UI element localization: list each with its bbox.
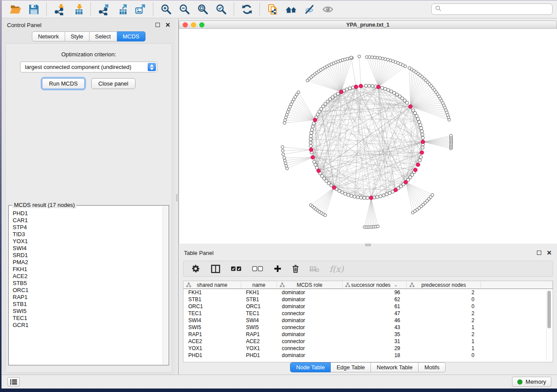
close-panel-button[interactable]: ✕ bbox=[165, 23, 170, 27]
search-box[interactable] bbox=[431, 3, 553, 15]
search-icon bbox=[435, 5, 442, 14]
cell: 2 bbox=[407, 317, 481, 324]
tab-network[interactable]: Network bbox=[32, 31, 65, 41]
mcds-result-item[interactable]: RAP1 bbox=[13, 294, 162, 301]
table-row-ORC1[interactable]: ORC1ORC1dominator610 bbox=[183, 303, 553, 310]
cell: 43 bbox=[343, 324, 407, 331]
control-panel-titlebar: Control Panel ✕ bbox=[2, 19, 176, 31]
table-row-SWI4[interactable]: SWI4SWI4dominator462 bbox=[183, 317, 553, 324]
table-row-TEC1[interactable]: TEC1TEC1connector472 bbox=[183, 310, 553, 317]
toolbar-icons bbox=[6, 2, 337, 16]
show-all-icon[interactable] bbox=[320, 2, 335, 16]
cell: dominator bbox=[277, 296, 343, 303]
table-row-FKH1[interactable]: FKH1FKH1dominator962 bbox=[183, 289, 553, 296]
export-table-icon[interactable] bbox=[114, 2, 129, 16]
column-header-predecessor-nodes[interactable]: predecessor nodes bbox=[407, 281, 481, 289]
mcds-result-item[interactable]: STP4 bbox=[13, 224, 162, 231]
tab-network-table[interactable]: Network Table bbox=[371, 362, 419, 372]
main-toolbar bbox=[2, 0, 557, 18]
table-row-YOX1[interactable]: YOX1YOX1connector291 bbox=[183, 345, 553, 352]
table-row-STB1[interactable]: STB1STB1dominator620 bbox=[183, 296, 553, 303]
cell: RAP1 bbox=[183, 331, 241, 338]
function-builder-icon: f(x) bbox=[329, 264, 344, 274]
tab-edge-table[interactable]: Edge Table bbox=[331, 362, 371, 372]
duplicate-network-icon[interactable] bbox=[265, 2, 280, 16]
table-row-ACE2[interactable]: ACE2ACE2connector311 bbox=[183, 338, 553, 345]
delete-row-icon[interactable] bbox=[292, 265, 299, 273]
column-header-name[interactable]: name bbox=[241, 281, 277, 289]
cell: 2 bbox=[407, 310, 481, 317]
open-folder-icon[interactable] bbox=[8, 2, 23, 16]
hide-selected-icon[interactable] bbox=[302, 2, 317, 16]
zoom-fit-icon[interactable] bbox=[195, 2, 210, 16]
first-neighbors-icon[interactable] bbox=[284, 2, 298, 16]
network-canvas[interactable] bbox=[179, 29, 557, 244]
table-row-RAP1[interactable]: RAP1RAP1dominator352 bbox=[183, 331, 553, 338]
optimization-dropdown[interactable]: largest connected component (undirected) bbox=[20, 62, 157, 72]
float-panel-button[interactable] bbox=[156, 23, 160, 27]
network-graph[interactable] bbox=[179, 29, 557, 244]
mcds-result-item[interactable]: ORC1 bbox=[13, 287, 162, 294]
column-header-successor-nodes[interactable]: successor nodes⌄ bbox=[343, 281, 407, 289]
close-table-panel-button[interactable]: ✕ bbox=[547, 251, 552, 255]
cell: dominator bbox=[277, 303, 343, 310]
cell: 0 bbox=[407, 296, 481, 303]
select-all-icon[interactable] bbox=[231, 265, 242, 272]
table-header-row: shared namenameMCDS rolesuccessor nodes⌄… bbox=[183, 281, 553, 289]
search-input[interactable] bbox=[444, 6, 549, 13]
cell: SWI5 bbox=[241, 324, 277, 331]
tab-node-table[interactable]: Node Table bbox=[290, 362, 331, 372]
cell: STB1 bbox=[241, 296, 277, 303]
tab-mcds[interactable]: MCDS bbox=[117, 31, 145, 41]
float-table-panel-button[interactable] bbox=[537, 251, 541, 255]
mcds-result-item[interactable]: ACE2 bbox=[13, 273, 162, 280]
mcds-result-item[interactable]: STB5 bbox=[13, 280, 162, 287]
settings-icon[interactable] bbox=[191, 264, 201, 273]
close-panel-button-mcds[interactable]: Close panel bbox=[91, 78, 135, 89]
horizontal-splitter-handle[interactable] bbox=[365, 244, 371, 246]
save-icon[interactable] bbox=[26, 2, 41, 16]
mcds-result-item[interactable]: STB1 bbox=[13, 301, 162, 308]
mcds-result-item[interactable]: PHD1 bbox=[13, 210, 162, 217]
mcds-result-item[interactable]: SWI4 bbox=[13, 245, 162, 252]
run-mcds-button[interactable]: Run MCDS bbox=[42, 78, 85, 89]
result-scrollbar[interactable] bbox=[163, 206, 168, 364]
cell: connector bbox=[277, 345, 343, 352]
column-header-MCDS-role[interactable]: MCDS role bbox=[277, 281, 343, 289]
table-row-PHD1[interactable]: PHD1PHD1dominator180 bbox=[183, 352, 553, 359]
mcds-result-item[interactable]: YOX1 bbox=[13, 238, 162, 245]
column-header-shared-name[interactable]: shared name bbox=[183, 281, 241, 289]
export-image-icon[interactable] bbox=[133, 2, 148, 16]
optimization-dropdown-value: largest connected component (undirected) bbox=[25, 64, 131, 70]
export-network-icon[interactable] bbox=[96, 2, 111, 16]
table-scrollbar-thumb[interactable] bbox=[547, 291, 551, 328]
tab-select[interactable]: Select bbox=[90, 31, 117, 41]
zoom-out-icon[interactable] bbox=[177, 2, 192, 16]
mcds-result-item[interactable]: GCR1 bbox=[13, 322, 162, 329]
mcds-result-item[interactable]: FKH1 bbox=[13, 266, 162, 273]
mcds-result-item[interactable]: SRD1 bbox=[13, 252, 162, 259]
mcds-result-item[interactable]: SWI5 bbox=[13, 308, 162, 315]
cell: 18 bbox=[343, 352, 407, 359]
cell: RAP1 bbox=[241, 331, 277, 338]
tab-style[interactable]: Style bbox=[65, 31, 90, 41]
import-table-icon[interactable] bbox=[70, 2, 85, 16]
deselect-all-icon[interactable] bbox=[252, 265, 263, 272]
table-row-SWI5[interactable]: SWI5SWI5connector431 bbox=[183, 324, 553, 331]
refresh-icon[interactable] bbox=[239, 2, 254, 16]
tab-motifs[interactable]: Motifs bbox=[419, 362, 446, 372]
mcds-result-item[interactable]: TEC1 bbox=[13, 315, 162, 322]
cell: connector bbox=[277, 338, 343, 345]
add-row-icon[interactable] bbox=[273, 265, 282, 273]
memory-button[interactable]: Memory bbox=[512, 377, 551, 387]
zoom-selected-icon[interactable] bbox=[214, 2, 228, 16]
mcds-result-list[interactable]: PHD1CAR1STP4TID3YOX1SWI4SRD1PMA2FKH1ACE2… bbox=[9, 206, 162, 364]
mcds-result-item[interactable]: TID3 bbox=[13, 231, 162, 238]
cell: 2 bbox=[407, 331, 481, 338]
columns-icon[interactable] bbox=[211, 265, 221, 273]
import-network-icon[interactable] bbox=[52, 2, 67, 16]
zoom-in-icon[interactable] bbox=[159, 2, 173, 16]
mcds-result-item[interactable]: CAR1 bbox=[13, 217, 162, 224]
task-history-button[interactable] bbox=[7, 377, 20, 386]
mcds-result-item[interactable]: PMA2 bbox=[13, 259, 162, 266]
